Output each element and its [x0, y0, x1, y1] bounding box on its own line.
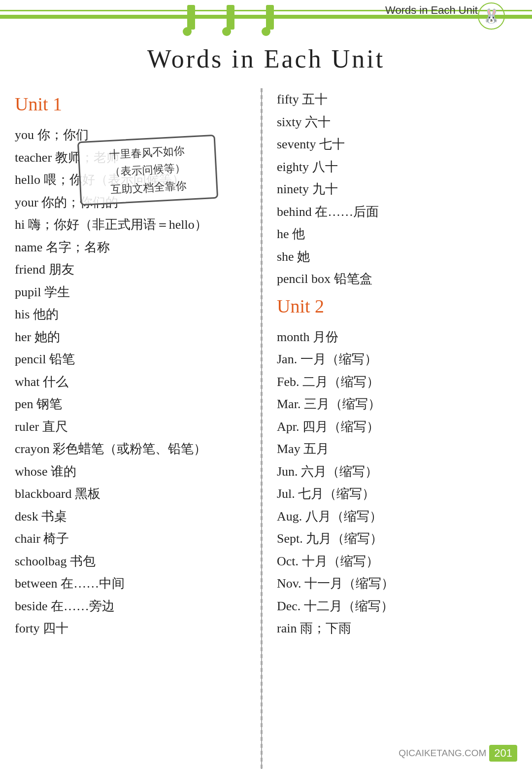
- list-item: ninety 九十: [277, 178, 508, 201]
- connector-circle-3: [262, 27, 270, 36]
- list-item: whose 谁的: [15, 460, 246, 483]
- list-item: Sept. 九月（缩写）: [277, 527, 508, 550]
- list-item: pencil 铅笔: [15, 348, 246, 371]
- stamp-overlay: 十里春风不如你 （表示问候等） 互助文档全靠你: [77, 135, 218, 206]
- list-item: beside 在……旁边: [15, 595, 246, 618]
- list-item: Oct. 十月（缩写）: [277, 550, 508, 573]
- list-item: seventy 七十: [277, 133, 508, 156]
- list-item: what 什么: [15, 371, 246, 393]
- header-icon: 🐰: [478, 2, 505, 30]
- list-item: pen 钢笔: [15, 393, 246, 416]
- list-item: crayon 彩色蜡笔（或粉笔、铅笔）: [15, 438, 246, 460]
- unit1-title: Unit 1: [15, 93, 246, 115]
- list-item: she 她: [277, 245, 508, 268]
- list-item: ruler 直尺: [15, 416, 246, 438]
- list-item: Jul. 七月（缩写）: [277, 483, 508, 505]
- stamp-line-3: 互助文档全靠你: [110, 177, 187, 198]
- right-column: fifty 五十sixty 六十seventy 七十eighty 八十ninet…: [267, 88, 508, 769]
- list-item: behind 在……后面: [277, 201, 508, 223]
- list-item: he 他: [277, 223, 508, 245]
- header-title: Words in Each Unit: [385, 4, 478, 17]
- list-item: chair 椅子: [15, 527, 246, 550]
- list-item: pupil 学生: [15, 281, 246, 304]
- list-item: eighty 八十: [277, 156, 508, 178]
- list-item: month 月份: [277, 326, 508, 349]
- connector-1: [187, 5, 195, 30]
- unit2-title: Unit 2: [277, 295, 508, 317]
- list-item: fifty 五十: [277, 88, 508, 111]
- list-item: name 名字；名称: [15, 236, 246, 259]
- main-title: Words in Each Unit: [0, 44, 532, 73]
- list-item: Dec. 十二月（缩写）: [277, 595, 508, 618]
- list-item: Jun. 六月（缩写）: [277, 460, 508, 483]
- list-item: Jan. 一月（缩写）: [277, 348, 508, 371]
- list-item: rain 雨；下雨: [277, 617, 508, 640]
- list-item: Feb. 二月（缩写）: [277, 371, 508, 393]
- page-footer: QICAIKETANG.COM 201: [399, 745, 517, 762]
- list-item: friend 朋友: [15, 258, 246, 281]
- connector-3: [266, 5, 274, 30]
- list-item: Nov. 十一月（缩写）: [277, 572, 508, 595]
- list-item: sixty 六十: [277, 111, 508, 134]
- list-item: her 她的: [15, 326, 246, 349]
- list-item: between 在……中间: [15, 572, 246, 595]
- list-item: hi 嗨；你好（非正式用语＝hello）: [15, 213, 246, 236]
- list-item: schoolbag 书包: [15, 550, 246, 573]
- connector-2: [227, 5, 234, 30]
- column-divider: [261, 88, 262, 769]
- right-words-continued: fifty 五十sixty 六十seventy 七十eighty 八十ninet…: [277, 88, 508, 290]
- list-item: forty 四十: [15, 617, 246, 640]
- list-item: Aug. 八月（缩写）: [277, 505, 508, 528]
- connector-circle-1: [183, 27, 192, 36]
- top-bar: Words in Each Unit 🐰: [0, 0, 532, 39]
- list-item: desk 书桌: [15, 505, 246, 528]
- connector-circle-2: [222, 27, 231, 36]
- list-item: pencil box 铅笔盒: [277, 268, 508, 290]
- list-item: Mar. 三月（缩写）: [277, 393, 508, 416]
- unit2-word-list: month 月份Jan. 一月（缩写）Feb. 二月（缩写）Mar. 三月（缩写…: [277, 326, 508, 640]
- page-number: 201: [489, 745, 517, 762]
- list-item: his 他的: [15, 303, 246, 326]
- list-item: blackboard 黑板: [15, 483, 246, 505]
- list-item: Apr. 四月（缩写）: [277, 416, 508, 438]
- site-watermark: QICAIKETANG.COM: [399, 748, 486, 759]
- list-item: May 五月: [277, 438, 508, 460]
